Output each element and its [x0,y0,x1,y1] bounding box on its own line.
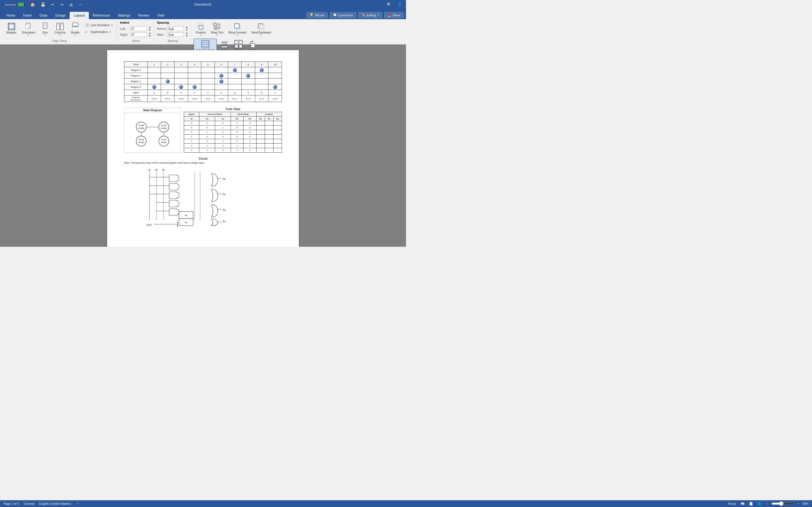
editing-btn[interactable]: ✏️ Editing ▾ [358,12,382,18]
right-indent-input[interactable] [130,33,147,37]
indent-group: Indent Left: ▲ ▼ Right: ▲ ▼ [117,20,154,43]
redo-btn[interactable]: ↪ [58,2,65,7]
editing-dropdown-arrow: ▾ [378,14,379,16]
timing-header-4: 4 [188,62,201,67]
output-label: Outputs(O₂,O₁,O₀) [124,96,148,102]
share-btn[interactable]: 📤 Share [384,12,404,18]
before-input[interactable] [167,26,184,31]
truth-table: Input: Current State: Next State: Output… [184,112,282,153]
tab-view[interactable]: View [153,12,168,19]
save-btn[interactable]: 💾 [39,2,47,7]
profile-btn[interactable]: 👤 [396,2,404,7]
tab-review[interactable]: Review [134,12,153,19]
editing-label: Editing [366,13,376,17]
line-numbers-btn[interactable]: 1 2 Line Numbers ▾ [83,22,114,28]
bring-forward-btn[interactable]: Bring Forward ▾ [227,21,248,38]
svg-text:S=11: S=11 [161,138,167,141]
r0c9 [255,84,268,90]
circuit-section: Circuit Note: Components may not be used… [124,157,282,228]
svg-rect-52 [235,45,238,48]
tab-design[interactable]: Design [51,12,70,19]
size-btn[interactable]: Size ▾ [39,21,52,38]
comments-btn[interactable]: 💬 Comments [330,12,356,18]
out-6: 0,1,0 [214,96,228,102]
hyphenation-btn[interactable]: a- Hyphenation ▾ [83,29,114,35]
r0c7 [228,84,242,90]
r2c3 [174,73,188,78]
svg-rect-49 [221,46,227,48]
orientation-label: Orientation [22,31,36,34]
orientation-btn[interactable]: Orientation ▾ [20,21,38,38]
left-indent-up[interactable]: ▲ [148,26,151,29]
state-diagram-box: State Diagram S=00 O=000 S=01 O=001 S=10… [124,108,181,153]
print-btn[interactable]: 🖨 [67,2,75,7]
in-9: 1 [255,90,268,96]
search-btn[interactable]: 🔍 [385,2,393,7]
th-s1p: S₁' [231,117,244,121]
svg-text:S₁': S₁' [223,220,226,223]
tab-insert[interactable]: Insert [19,12,36,19]
tab-home[interactable]: Home [2,12,19,19]
breaks-btn[interactable]: Breaks ▾ [69,21,82,38]
margins-btn[interactable]: Margins [4,21,18,35]
before-down[interactable]: ▼ [185,29,188,32]
in-4: 1 [188,90,201,96]
title-bar: AutoSave 🏠 💾 ↩ ↪ 🖨 ⋯ Document1 🔍 👤 [0,0,406,9]
out-2: 0,0,1 [161,96,174,102]
svg-rect-42 [202,41,209,48]
left-indent-down[interactable]: ▼ [148,29,151,32]
indent-section: Indent Left: ▲ ▼ Right: ▲ ▼ [120,21,151,37]
columns-btn[interactable]: Columns ▾ [53,21,68,38]
svg-point-63 [136,136,146,146]
position-btn[interactable]: Position ▾ [194,21,208,38]
position-dropdown-arrow: ▾ [200,34,201,36]
svg-rect-41 [259,25,264,29]
share-icon: 📤 [388,13,391,17]
autosave-toggle[interactable]: AutoSave [2,2,26,7]
svg-text:FF: FF [185,215,188,217]
out-9: 1,1,1 [255,96,268,102]
ribbon-tabs: Home Insert Draw Design Layout Reference… [0,9,406,19]
right-indent-down[interactable]: ▼ [148,35,151,38]
svg-rect-32 [214,23,216,26]
after-input[interactable] [167,33,184,37]
r0c6 [214,84,228,90]
out-7: 0,1,1 [228,96,242,102]
svg-text:CLK: CLK [147,223,152,226]
r0c10 [268,84,282,90]
r0c5 [201,84,215,90]
r3c2 [161,67,174,73]
tell-me-btn[interactable]: 💡 Tell me [306,12,327,18]
r3c8 [242,67,255,73]
line-numbers-label: Line Numbers [91,23,110,27]
timing-header-time: Time [124,62,148,67]
share-label: Share [393,13,401,17]
home-btn[interactable]: 🏠 [29,2,37,7]
r2c10 [268,73,282,78]
svg-rect-8 [43,23,47,29]
circuit-diagram: In S₁ S₀ [124,166,282,228]
tab-layout[interactable]: Layout [70,12,89,19]
left-indent-input[interactable] [130,26,147,31]
doc-title: Document1 [194,3,211,6]
svg-rect-56 [251,44,255,48]
before-up[interactable]: ▲ [185,26,188,29]
right-indent-up[interactable]: ▲ [148,32,151,35]
table-row: 10101 [184,139,282,144]
wrap-text-btn[interactable]: Wrap Text ▾ [209,21,225,38]
after-down[interactable]: ▼ [185,35,188,38]
svg-text:O=011: O=011 [161,142,167,144]
arrange-group: Position ▾ Wrap Text ▾ [192,20,292,43]
tab-references[interactable]: References [89,12,114,19]
out-10: 0,0,0 [268,96,282,102]
customize-btn[interactable]: ⋯ [77,2,84,7]
th-s0: S₀ [215,117,231,121]
tab-mailings[interactable]: Mailings [114,12,134,19]
r3c10 [268,67,282,73]
r2c1 [147,73,161,78]
undo-btn[interactable]: ↩ [49,2,56,7]
tab-draw[interactable]: Draw [36,12,51,19]
doc-area[interactable]: Time 1 2 3 4 5 6 7 8 9 10 [0,45,406,247]
send-backward-btn[interactable]: Send Backward ▾ [249,21,273,38]
after-up[interactable]: ▲ [185,32,188,35]
